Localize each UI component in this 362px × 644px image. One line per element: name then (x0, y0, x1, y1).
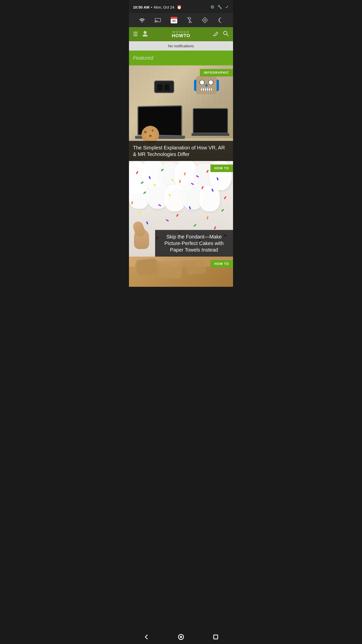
search-icon[interactable] (222, 30, 229, 38)
cake-article-title: Skip the Fondant—Make Picture-Perfect Ca… (159, 233, 229, 253)
wrench-icon: 🔧 (217, 5, 222, 9)
status-bar: 10:50 AM • Mon, Oct 24 ⏰ ⚙ 🔧 ✓ (129, 0, 233, 13)
quick-settings-bar: 83 (129, 13, 233, 27)
app-header: ☰ WONDER HOWTO (129, 27, 233, 41)
vr-article-title: The Simplest Explanation of How VR, AR &… (133, 144, 229, 157)
header-logo: WONDER HOWTO (172, 31, 190, 38)
flashlight-toggle[interactable] (187, 17, 192, 23)
svg-point-2 (155, 22, 156, 23)
edit-icon[interactable] (212, 30, 219, 38)
status-date: Mon, Oct 24 (154, 5, 174, 9)
header-right (212, 30, 229, 38)
article-badge-howto-1: HOW TO (210, 165, 233, 172)
rotation-lock-toggle[interactable] (202, 17, 208, 23)
dropdown-icon[interactable]: ✓ (225, 4, 229, 10)
profile-icon[interactable] (142, 30, 149, 38)
status-right: ⚙ 🔧 ✓ (210, 4, 229, 10)
vr-title-overlay: The Simplest Explanation of How VR, AR &… (129, 141, 233, 161)
header-left: ☰ (133, 30, 149, 38)
third-article-image: HOW TO (129, 257, 233, 287)
article-card-cake[interactable]: HOW TO Skip the Fondant—Make Picture-Per… (129, 161, 233, 257)
notification-text: No notifications (168, 44, 194, 48)
logo-howto: HOWTO (172, 33, 190, 38)
status-left: 10:50 AM • Mon, Oct 24 ⏰ (133, 5, 182, 10)
dnd-toggle[interactable] (218, 17, 223, 23)
cast-toggle[interactable] (155, 17, 161, 23)
status-separator: • (151, 5, 152, 9)
article-badge-infographic: INFOGRAPHIC (200, 69, 233, 76)
status-time: 10:50 AM (133, 5, 149, 9)
featured-title: Featured (133, 55, 153, 61)
cake-title-overlay: Skip the Fondant—Make Picture-Perfect Ca… (155, 230, 233, 257)
featured-section: Featured (129, 51, 233, 65)
wifi-toggle[interactable] (139, 17, 145, 23)
alarm-icon: ⏰ (177, 5, 182, 10)
article-badge-howto-2: HOW TO (210, 260, 233, 268)
article-card-vr[interactable]: 🤖 INFOGRAPHIC The Simplest Explanation o… (129, 65, 233, 161)
calendar-icon[interactable]: 83 (171, 17, 177, 23)
settings-icon[interactable]: ⚙ (210, 4, 214, 10)
vr-headset (154, 80, 174, 93)
notification-bar: No notifications (129, 41, 233, 51)
article-card-third[interactable]: HOW TO (129, 257, 233, 287)
menu-icon[interactable]: ☰ (133, 31, 138, 37)
svg-point-3 (144, 31, 147, 34)
svg-point-0 (142, 21, 143, 22)
calendar-number: 83 (172, 19, 175, 22)
laptop2-graphic (190, 108, 231, 141)
